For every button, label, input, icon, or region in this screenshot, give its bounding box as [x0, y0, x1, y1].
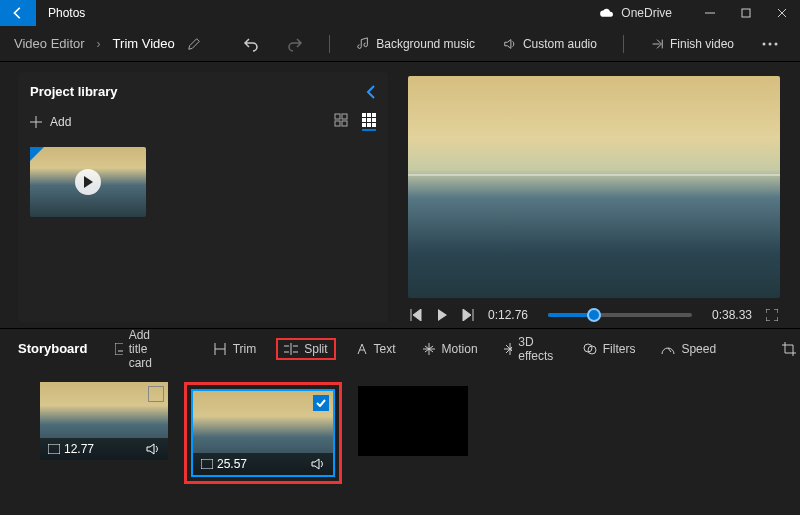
split-label: Split [304, 342, 327, 356]
title-card-icon [115, 343, 122, 355]
redo-icon [287, 36, 303, 52]
svg-point-1 [763, 42, 766, 45]
svg-rect-5 [342, 114, 347, 119]
play-icon [436, 309, 448, 321]
project-library-title: Project library [30, 84, 117, 99]
onedrive-status[interactable]: OneDrive [599, 6, 672, 20]
speed-icon [661, 343, 675, 355]
text-button[interactable]: Text [350, 338, 402, 360]
library-clip-thumbnail[interactable] [30, 147, 146, 217]
motion-icon [422, 343, 436, 355]
fullscreen-button[interactable] [766, 309, 778, 321]
main-area: Project library Add [0, 62, 800, 322]
skip-forward-icon [462, 309, 474, 321]
storyboard-clip[interactable]: 25.57 [193, 391, 333, 475]
clip-checkbox[interactable] [148, 386, 164, 402]
video-preview[interactable] [408, 76, 780, 298]
divider [623, 35, 624, 53]
redo-button[interactable] [279, 32, 311, 56]
storyboard-clip-selected-highlight: 25.57 [184, 382, 342, 484]
minimize-icon [705, 8, 715, 18]
storyboard-title: Storyboard [18, 341, 87, 356]
edit-title-button[interactable] [187, 37, 201, 51]
trim-button[interactable]: Trim [207, 338, 263, 360]
project-library-panel: Project library Add [18, 72, 388, 322]
view-small-button[interactable] [362, 113, 376, 131]
fullscreen-icon [766, 309, 778, 321]
total-time: 0:38.33 [712, 308, 752, 322]
trim-label: Trim [233, 342, 257, 356]
resize-button[interactable] [776, 338, 800, 360]
svg-rect-15 [367, 123, 371, 127]
play-button[interactable] [436, 309, 448, 321]
clip-checkbox[interactable] [313, 395, 329, 411]
current-time: 0:12.76 [488, 308, 528, 322]
grid-small-icon [362, 113, 376, 127]
background-music-label: Background music [376, 37, 475, 51]
svg-rect-24 [201, 459, 213, 469]
svg-rect-12 [367, 118, 371, 122]
skip-back-icon [410, 309, 422, 321]
back-button[interactable] [0, 0, 36, 26]
filters-button[interactable]: Filters [577, 338, 642, 360]
svg-point-3 [775, 42, 778, 45]
svg-rect-4 [335, 114, 340, 119]
svg-rect-6 [335, 121, 340, 126]
breadcrumb-root[interactable]: Video Editor [14, 36, 85, 51]
add-media-button[interactable]: Add [30, 115, 71, 129]
svg-rect-0 [742, 9, 750, 17]
prev-frame-button[interactable] [410, 309, 422, 321]
undo-icon [243, 36, 259, 52]
pencil-icon [187, 37, 201, 51]
seek-slider[interactable] [548, 313, 692, 317]
motion-label: Motion [442, 342, 478, 356]
add-title-card-button[interactable]: Add title card [109, 324, 166, 374]
maximize-button[interactable] [728, 0, 764, 26]
finish-video-button[interactable]: Finish video [642, 33, 742, 55]
add-title-card-label: Add title card [129, 328, 161, 370]
ellipsis-icon [762, 42, 778, 46]
breadcrumb-current[interactable]: Trim Video [113, 36, 175, 51]
used-indicator-icon [30, 147, 44, 161]
maximize-icon [741, 8, 751, 18]
collapse-library-button[interactable] [366, 85, 376, 99]
next-frame-button[interactable] [462, 309, 474, 321]
chevron-left-icon [366, 85, 376, 99]
svg-rect-13 [372, 118, 376, 122]
speaker-icon [503, 37, 517, 51]
svg-rect-14 [362, 123, 366, 127]
volume-icon[interactable] [311, 458, 325, 470]
view-large-button[interactable] [334, 113, 348, 131]
storyboard-track: 12.77 25.57 [0, 368, 800, 484]
crop-icon [782, 342, 796, 356]
title-bar: Photos OneDrive [0, 0, 800, 26]
text-icon [356, 343, 368, 355]
split-button[interactable]: Split [276, 338, 335, 360]
svg-rect-10 [372, 113, 376, 117]
3d-effects-label: 3D effects [518, 335, 557, 363]
undo-button[interactable] [235, 32, 267, 56]
player-controls: 0:12.76 0:38.33 [408, 298, 780, 322]
grid-large-icon [334, 113, 348, 127]
split-icon [284, 343, 298, 355]
motion-button[interactable]: Motion [416, 338, 484, 360]
more-button[interactable] [754, 38, 786, 50]
storyboard-empty-clip[interactable] [358, 386, 468, 456]
duration-icon [48, 444, 60, 454]
custom-audio-button[interactable]: Custom audio [495, 33, 605, 55]
add-media-label: Add [50, 115, 71, 129]
background-music-button[interactable]: Background music [348, 33, 483, 55]
chevron-right-icon: › [97, 37, 101, 51]
close-button[interactable] [764, 0, 800, 26]
3d-effects-button[interactable]: 3D effects [498, 331, 563, 367]
export-icon [650, 37, 664, 51]
svg-rect-7 [342, 121, 347, 126]
speed-button[interactable]: Speed [655, 338, 722, 360]
storyboard-clip[interactable]: 12.77 [40, 382, 168, 460]
check-icon [316, 399, 326, 407]
svg-rect-9 [367, 113, 371, 117]
trim-icon [213, 343, 227, 355]
volume-icon[interactable] [146, 443, 160, 455]
minimize-button[interactable] [692, 0, 728, 26]
plus-icon [30, 116, 42, 128]
